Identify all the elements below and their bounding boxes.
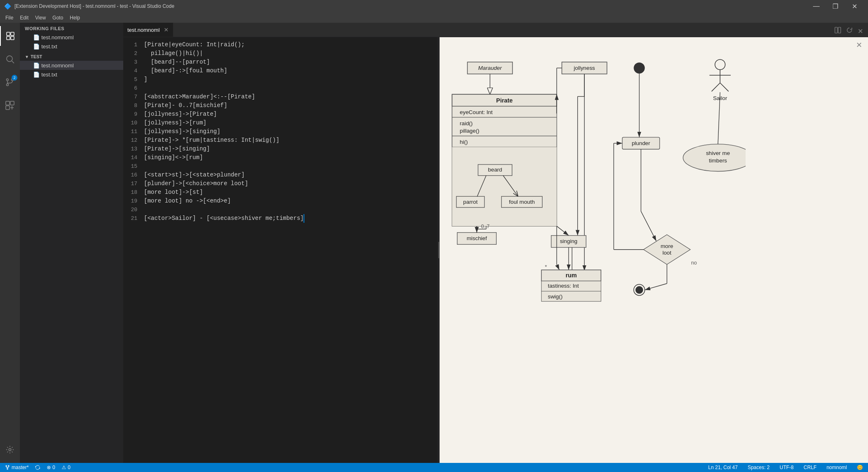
status-bar: master* ⊗ 0 ⚠ 0 Ln 21, Col 47 Spaces: 2 … [0,463,868,472]
svg-text:rum: rum [566,272,577,279]
svg-line-91 [645,284,667,290]
tab-test-nomnoml[interactable]: test.nomnoml ✕ [123,23,173,37]
svg-line-83 [641,211,656,241]
svg-rect-3 [11,36,14,40]
status-right: Ln 21, Col 47 Spaces: 2 UTF-8 CRLF nomno… [707,465,865,470]
tab-close-icon[interactable]: ✕ [164,26,169,33]
svg-rect-10 [6,101,10,105]
menu-bar: File Edit View Goto Help [0,12,868,23]
svg-text:loot: loot [662,250,672,256]
errors-item[interactable]: ⊗ 0 [45,465,57,470]
feedback-item[interactable]: 😊 [855,465,865,470]
code-line-20: 20 [123,205,438,214]
svg-point-6 [7,84,9,86]
title-text: [Extension Development Host] - test.nomn… [14,3,175,9]
code-line-1: 1 [Pirate|eyeCount: Int|raid(); [123,41,438,49]
tab-actions: ✕ [830,25,868,37]
svg-text:0..7: 0..7 [481,224,490,229]
svg-point-75 [634,62,645,74]
code-line-11: 11 [jollyness]->[singing] [123,127,438,136]
encoding-item[interactable]: UTF-8 [778,465,795,470]
app-icon: 🔷 [4,3,11,10]
svg-text:raid(): raid() [460,120,473,126]
chevron-down-icon: ▼ [25,55,29,59]
sync-icon [35,465,40,470]
position-item[interactable]: Ln 21, Col 47 [707,465,739,470]
window-controls: — ❐ ✕ [807,0,864,12]
svg-rect-27 [452,136,557,147]
warnings-text: ⚠ 0 [62,465,70,470]
svg-point-89 [636,286,643,294]
spaces-text: Spaces: 2 [748,465,770,470]
svg-text:singing: singing [560,238,577,244]
splitter-handle [438,242,439,258]
code-editor[interactable]: 1 [Pirate|eyeCount: Int|raid(); 2 pillag… [123,37,438,463]
sync-item[interactable] [33,465,42,470]
code-line-12: 12 [Pirate]-> *[rum|tastiness: Int|swig(… [123,136,438,145]
svg-line-96 [720,83,729,92]
svg-point-4 [7,56,12,62]
diagram-container: Pirate eyeCount: Int raid() pillage() hi… [440,37,868,353]
code-line-13: 13 [Pirate]->[singing] [123,145,438,153]
code-line-19: 19 [more loot] no ->[<end>e] [123,197,438,205]
menu-help[interactable]: Help [67,14,84,21]
menu-edit[interactable]: Edit [17,14,32,21]
title-bar: 🔷 [Extension Development Host] - test.no… [0,0,868,12]
menu-file[interactable]: File [2,14,17,21]
git-branch-item[interactable]: master* [3,465,30,470]
svg-line-74 [557,265,559,270]
code-line-9: 9 [jollyness]->[Pirate] [123,110,438,119]
svg-text:plunder: plunder [632,140,650,146]
sidebar-item-test-nomnoml-working[interactable]: 📄 test.nomnoml [20,33,123,42]
code-line-8: 8 [Pirate]- 0..7[mischief] [123,101,438,110]
svg-rect-29 [452,147,557,226]
activity-search[interactable] [0,49,20,69]
activity-explorer[interactable] [0,26,20,46]
close-preview-icon[interactable]: ✕ [856,26,865,37]
line-ending-item[interactable]: CRLF [802,465,818,470]
maximize-button[interactable]: ❐ [826,0,845,12]
spaces-item[interactable]: Spaces: 2 [746,465,771,470]
svg-text:swig(): swig() [548,293,563,300]
status-left: master* ⊗ 0 ⚠ 0 [3,465,72,470]
svg-text:hi(): hi() [460,139,468,145]
language-item[interactable]: nomnoml [825,465,849,470]
tab-label: test.nomnoml [127,27,160,33]
refresh-preview-icon[interactable] [844,25,854,37]
code-line-7: 7 [<abstract>Marauder]<:--[Pirate] [123,93,438,101]
code-line-18: 18 [more loot]->[st] [123,188,438,197]
svg-text:parrot: parrot [463,199,478,205]
code-line-6: 6 [123,84,438,93]
svg-text:more: more [660,243,673,249]
activity-settings[interactable] [0,440,20,460]
git-branch-icon [5,465,10,470]
close-window-button[interactable]: ✕ [845,0,864,12]
close-preview-button[interactable]: ✕ [854,40,865,50]
sidebar-item-test-txt-working[interactable]: 📄 test.txt [20,42,123,51]
split-editor-icon[interactable] [833,25,843,37]
svg-rect-2 [7,36,10,40]
svg-text:mischief: mischief [466,235,487,241]
svg-text:shiver me: shiver me [706,150,730,156]
svg-text:*: * [545,264,547,270]
activity-source-control[interactable]: 2 [0,72,20,92]
menu-view[interactable]: View [32,14,49,21]
code-line-14: 14 [singing]<->[rum] [123,153,438,162]
code-line-10: 10 [jollyness]->[rum] [123,119,438,127]
feedback-icon: 😊 [857,465,863,470]
minimize-button[interactable]: — [807,0,826,12]
code-line-15: 15 [123,162,438,171]
errors-text: ⊗ 0 [47,465,55,470]
warnings-item[interactable]: ⚠ 0 [60,465,72,470]
svg-text:eyeCount: Int: eyeCount: Int [460,109,493,115]
sidebar-item-test-nomnoml[interactable]: 📄 test.nomnoml [20,61,123,70]
menu-goto[interactable]: Goto [49,14,67,21]
git-branch-text: master* [12,465,29,470]
tab-bar: test.nomnoml ✕ ✕ [123,23,868,37]
svg-rect-12 [6,106,10,110]
sidebar-item-test-txt[interactable]: 📄 test.txt [20,70,123,79]
svg-point-92 [715,60,725,70]
svg-text:timbers: timbers [709,157,727,164]
activity-extensions[interactable] [0,95,20,115]
test-section-header[interactable]: ▼ TEST [20,51,123,61]
